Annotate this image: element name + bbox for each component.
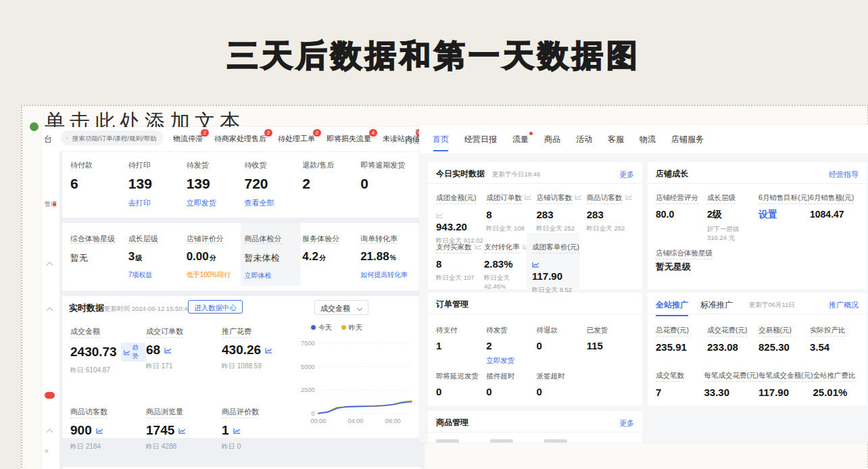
nav-item-traffic-loss[interactable]: 即将损失流量 4	[327, 134, 371, 144]
trend-icon[interactable]	[436, 212, 443, 218]
stat-label: 商品浏览量	[146, 407, 183, 418]
tab-traffic[interactable]: 流量	[512, 134, 529, 145]
stat-avg-order-value: 成团客单价(元) 117.90 昨日全天 8.52	[527, 233, 579, 301]
stat-label: 商品体检分	[245, 234, 282, 244]
stat-label: 即将延迟发货	[436, 372, 479, 381]
stat-yesterday: 昨日全天 252	[537, 224, 587, 233]
go-print-link[interactable]: 去打印	[128, 198, 151, 208]
search-input[interactable]	[71, 134, 158, 143]
tab-home[interactable]: 首页	[433, 134, 449, 145]
stat-refund-aftersale: 退款/售后 2	[302, 160, 360, 208]
stat-label: 商品访客数	[587, 193, 623, 204]
stat-label: 待发货	[486, 326, 508, 335]
stat-label: 成团客单价(元)	[532, 243, 579, 253]
ship-now-link[interactable]: 立即发货	[187, 198, 216, 208]
stat-value: 2.83%	[484, 258, 532, 270]
nav-label: 即将损失流量	[327, 134, 371, 143]
stat-pending-pay: 待支付 1	[436, 323, 486, 366]
trend-icon[interactable]	[575, 194, 582, 200]
promo-overview-link[interactable]: 推广概况	[829, 300, 859, 310]
stat-sales-target: 6月销售目标(元) 设置	[758, 191, 810, 243]
stat-pickup-timeout: 揽件超时 0	[486, 369, 536, 397]
chevron-up-icon[interactable]	[47, 262, 53, 269]
chevron-up-icon[interactable]	[47, 307, 53, 314]
stat-shipped: 已发货 115	[587, 323, 637, 366]
search-input-wrap[interactable]	[61, 130, 164, 145]
more-link[interactable]: 更多	[619, 418, 634, 428]
tab-standard-promo[interactable]: 标准推广	[700, 299, 733, 311]
trend-icon	[124, 349, 130, 355]
stat-value: 1	[222, 423, 229, 438]
stat-label: 成团金额(元)	[436, 193, 477, 204]
stat-shop-score: 店铺经营评分 80.0	[656, 191, 707, 243]
stat-label: 交易额(元)	[758, 326, 792, 337]
sidebar-badge	[45, 392, 55, 399]
tab-shop-services[interactable]: 店铺服务	[671, 134, 704, 145]
badge-count: 2	[313, 129, 321, 137]
stat-label: 派签超时	[537, 372, 565, 381]
nav-item-workorders[interactable]: 待处理工单 2	[278, 134, 315, 144]
legend-dot	[311, 325, 316, 330]
svg-text:2500: 2500	[301, 387, 315, 393]
today-realtime-card: 今日实时数据 更新于今日18:46 更多 成团金额(元) 943.20 昨日全天…	[428, 162, 642, 289]
stat-product-visitors: 商品访客数 900 昨日 2184	[70, 405, 146, 451]
stat-value: 3级	[128, 250, 187, 264]
stat-label: 实际投产比	[810, 326, 846, 337]
stat-label: 成交花费(元)	[707, 326, 748, 337]
tab-sitewide-promo[interactable]: 全站推广	[656, 299, 688, 311]
stat-value: 1	[436, 340, 486, 351]
trend-icon[interactable]	[178, 428, 186, 434]
goods-management-card: 商品管理 更多	[428, 411, 642, 443]
below-peers-link[interactable]: 低于100%同行	[187, 270, 231, 280]
nav-label: 物流停滞	[173, 134, 203, 143]
stat-service-score: 服务体验分 4.2分	[302, 232, 360, 286]
chevron-up-icon[interactable]	[47, 429, 53, 436]
tab-daily-report[interactable]: 经营日报	[464, 134, 497, 145]
more-link[interactable]: 更多	[619, 170, 634, 180]
guidance-link[interactable]: 经营指导	[829, 170, 859, 180]
improve-conversion-link[interactable]: 如何提高转化率	[360, 270, 408, 280]
topbar-nav: 物流停滞 2 待商家处理售后 2 待处理工单 2 即将损失流量 4 未读站内信 …	[173, 134, 420, 144]
rights-link[interactable]: 7项权益	[128, 270, 153, 280]
badge-count: 4	[369, 129, 377, 137]
trend-icon[interactable]	[475, 243, 482, 249]
data-center-button[interactable]: 进入数据中心	[188, 300, 243, 314]
left-dashboard-body: 管理 ≡ 待付款 6 待打印 139 去打印 待发货	[42, 151, 424, 469]
stat-pending-payment: 待付款 6	[70, 160, 128, 208]
checkup-now-link[interactable]: 立即体检	[245, 271, 272, 280]
view-all-link[interactable]: 查看全部	[245, 198, 274, 208]
trend-badge[interactable]: 趋势	[121, 343, 146, 362]
nav-item-aftersales[interactable]: 待商家处理售后 2	[214, 134, 266, 144]
notification-dot	[529, 132, 533, 135]
card-title: 今日实时数据	[436, 168, 485, 180]
trend-icon[interactable]	[164, 347, 172, 353]
stat-to-receive: 待收货 720 查看全部	[245, 160, 303, 208]
stat-label: 6月销售目标(元)	[758, 193, 810, 204]
tab-service[interactable]: 客服	[608, 134, 624, 145]
trend-icon[interactable]	[233, 428, 241, 434]
crossborder-label[interactable]: 跨境	[405, 136, 420, 146]
stat-transaction-amount: 交易额(元) 825.30	[758, 323, 810, 353]
ship-now-link[interactable]: 立即发货	[486, 356, 514, 366]
tab-logistics[interactable]: 物流	[640, 134, 656, 145]
trend-icon[interactable]	[265, 347, 272, 353]
stat-label: 支付买家数	[436, 243, 472, 253]
stat-value: 235.91	[656, 341, 707, 353]
trend-icon[interactable]	[532, 262, 539, 268]
stat-yesterday: 昨日 6104.87	[70, 366, 146, 375]
stat-label: 全站推广费比	[813, 371, 856, 382]
nav-item-logistics-stalled[interactable]: 物流停滞 2	[173, 134, 203, 144]
trend-icon[interactable]	[525, 194, 532, 200]
stat-value: 2	[302, 176, 360, 192]
stat-growth-level: 成长层级 3级 7项权益	[128, 232, 187, 286]
sidebar-icon[interactable]: ≡	[45, 447, 48, 454]
trend-icon[interactable]	[96, 428, 103, 434]
tab-activities[interactable]: 活动	[576, 134, 592, 145]
star-rating-value: 暂无星级	[656, 261, 691, 273]
metric-select[interactable]: 成交金额	[314, 300, 368, 315]
trend-icon[interactable]	[625, 194, 633, 200]
tab-products[interactable]: 商品	[544, 134, 560, 145]
stat-inquiry-conversion: 询单转化率 21.88% 如何提高转化率	[360, 232, 418, 286]
updated-timestamp: 更新时间 2024-06-12 15:50:40	[104, 305, 191, 314]
set-target-link[interactable]: 设置	[758, 209, 810, 221]
